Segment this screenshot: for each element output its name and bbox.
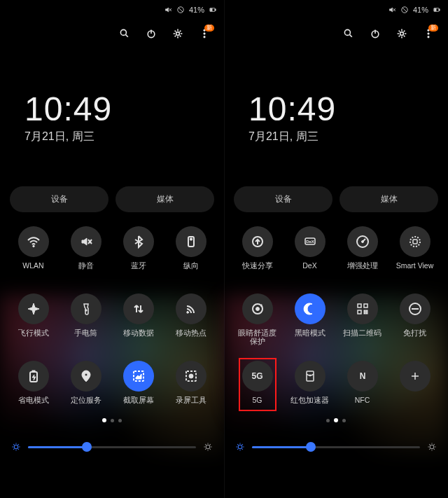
tile-redpacket[interactable]: 红包加速器 [284,361,336,413]
moon-icon[interactable] [295,293,326,324]
tile-label: 红包加速器 [290,396,329,413]
redpacket-icon[interactable] [295,361,326,392]
tile-wifi[interactable]: WLAN [7,226,59,278]
plus-icon[interactable] [400,361,430,392]
bluetooth-icon[interactable] [123,226,154,257]
tile-eye[interactable]: 眼睛舒适度 保护 [231,293,284,345]
search-icon[interactable] [343,28,354,39]
tiles-grid: WLAN静音蓝牙纵向飞行模式手电筒移动数据移动热点省电模式定位服务截取屏幕录屏工… [0,226,224,413]
tile-label: 静音 [78,261,94,278]
brightness-slider[interactable] [0,442,224,452]
eye-icon[interactable] [242,293,273,324]
tile-label: 5G [252,396,262,413]
mute-icon [164,6,172,14]
tiles-grid: 快速分享DeX增强处理Smart View眼睛舒适度 保护黑暗模式扫描二维码免打… [224,226,448,413]
tile-mute[interactable]: 静音 [59,226,112,278]
devices-button[interactable]: 设备 [234,186,332,212]
page-dot [111,419,114,422]
slider-track[interactable] [252,446,420,448]
data-icon[interactable] [123,293,154,324]
qr-icon[interactable] [347,293,378,324]
tile-label: 省电模式 [18,396,49,413]
top-icon-row: 新 [0,20,224,48]
media-button[interactable]: 媒体 [340,186,438,212]
tile-label: 纵向 [183,261,199,278]
tile-label: 飞行模式 [18,328,49,345]
settings-icon[interactable] [172,28,183,39]
tile-label: Smart View [396,261,434,278]
tile-battery[interactable]: 省电模式 [7,361,59,413]
dex-icon[interactable] [295,226,326,257]
location-icon[interactable] [71,361,102,392]
tile-gauge[interactable]: 增强处理 [336,226,388,278]
tile-label: 黑暗模式 [295,328,326,345]
tile-bluetooth[interactable]: 蓝牙 [112,226,164,278]
page-dot [102,418,106,422]
devices-button[interactable]: 设备 [10,186,108,212]
screenshot-icon[interactable] [123,361,154,392]
clock-date: 7月21日, 周三 [248,130,424,144]
battery-icon[interactable] [18,361,49,392]
clock-time: 10:49 [248,90,424,128]
no-disturb-icon [176,6,185,14]
portrait-icon[interactable] [176,226,206,257]
more-icon[interactable]: 新 [423,28,434,39]
tile-nfc[interactable]: NFC [336,361,388,413]
5g-icon[interactable]: 5G [242,361,273,392]
tile-cast[interactable]: Smart View [388,226,441,278]
tile-label: 移动热点 [176,328,206,345]
tile-plus[interactable] [388,361,441,413]
gauge-icon[interactable] [347,226,378,257]
page-dot [118,419,122,422]
tile-hotspot[interactable]: 移动热点 [164,293,217,345]
torch-icon[interactable] [71,293,102,324]
nfc-icon[interactable] [347,361,378,392]
quick-panel-right: 41% 新 10:49 7月21日, 周三 设备 媒体 快速分享DeX增强处理S… [224,0,448,498]
tile-plane[interactable]: 飞行模式 [7,293,59,345]
power-icon[interactable] [370,28,381,39]
tile-share[interactable]: 快速分享 [231,226,284,278]
top-icon-row: 新 [224,20,448,48]
tile-label: 录屏工具 [176,396,206,413]
settings-icon[interactable] [396,28,407,39]
share-icon[interactable] [242,226,273,257]
media-button[interactable]: 媒体 [115,186,214,212]
battery-icon [209,6,217,14]
tile-5g[interactable]: 5G5G [231,361,284,413]
tile-label: 手电筒 [74,328,97,345]
clock-time: 10:49 [24,90,200,128]
plane-icon[interactable] [18,293,49,324]
search-icon[interactable] [119,28,130,39]
tile-portrait[interactable]: 纵向 [164,226,217,278]
tile-data[interactable]: 移动数据 [112,293,164,345]
clock-block: 10:49 7月21日, 周三 [0,90,224,144]
tile-label: 蓝牙 [131,261,146,278]
slider-track[interactable] [28,446,196,448]
tile-dex[interactable]: DeX [284,226,336,278]
hotspot-icon[interactable] [176,293,206,324]
record-icon[interactable] [176,361,206,392]
battery-text: 41% [189,6,204,14]
no-disturb-icon [400,6,409,14]
tile-qr[interactable]: 扫描二维码 [336,293,388,345]
tile-label: 定位服务 [71,396,102,413]
brightness-slider[interactable] [224,442,448,452]
tile-torch[interactable]: 手电筒 [59,293,112,345]
tile-label: DeX [302,261,316,278]
tile-location[interactable]: 定位服务 [59,361,112,413]
wifi-icon[interactable] [18,226,49,257]
battery-text: 41% [413,6,428,14]
tile-screenshot[interactable]: 截取屏幕 [112,361,164,413]
tile-dnd[interactable]: 免打扰 [388,293,441,345]
clock-block: 10:49 7月21日, 周三 [224,90,448,144]
status-bar: 41% [0,0,224,20]
tile-record[interactable]: 录屏工具 [164,361,217,413]
brightness-low-icon [11,442,21,452]
dnd-icon[interactable] [400,293,430,324]
power-icon[interactable] [146,28,157,39]
cast-icon[interactable] [400,226,430,257]
clock-date: 7月21日, 周三 [24,130,200,144]
more-icon[interactable]: 新 [199,28,210,39]
mute-icon[interactable] [71,226,102,257]
tile-moon[interactable]: 黑暗模式 [284,293,336,345]
